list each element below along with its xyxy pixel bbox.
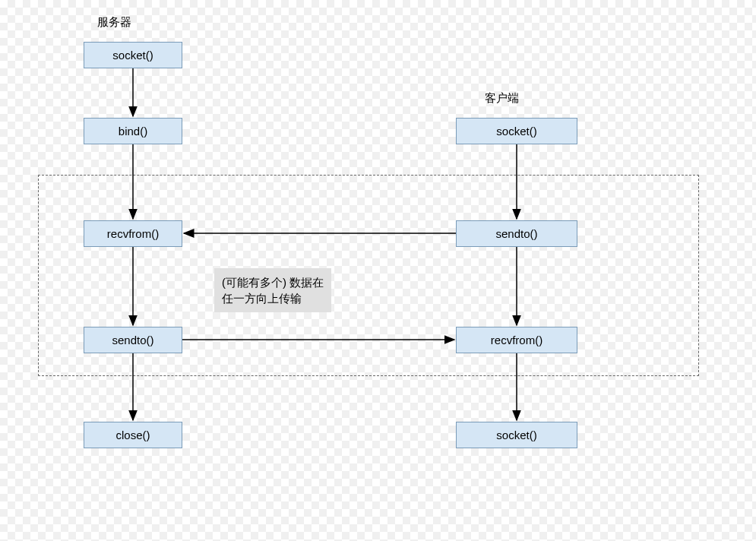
server-socket-node: socket() bbox=[84, 42, 182, 68]
client-socket-bottom-text: socket() bbox=[496, 429, 536, 441]
dashed-container bbox=[38, 175, 699, 376]
server-socket-text: socket() bbox=[112, 49, 153, 62]
client-socket-top-node: socket() bbox=[456, 118, 577, 144]
server-label: 服务器 bbox=[97, 15, 131, 30]
client-socket-bottom-node: socket() bbox=[456, 422, 577, 448]
server-close-text: close() bbox=[115, 429, 150, 441]
server-bind-text: bind() bbox=[119, 125, 147, 138]
server-bind-node: bind() bbox=[84, 118, 182, 144]
server-close-node: close() bbox=[84, 422, 182, 448]
client-label: 客户端 bbox=[485, 91, 519, 106]
client-socket-top-text: socket() bbox=[496, 125, 536, 138]
